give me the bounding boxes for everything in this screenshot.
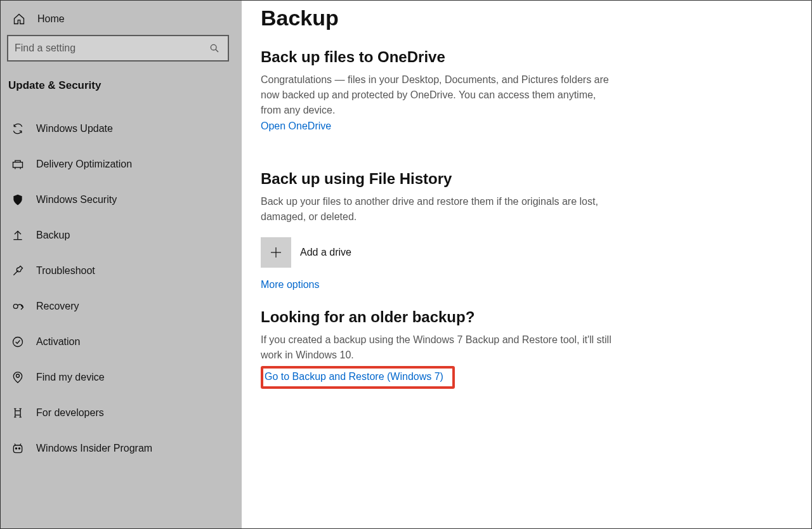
svg-line-1 [216,49,218,52]
highlight-annotation: Go to Backup and Restore (Windows 7) [261,366,455,389]
add-drive-label: Add a drive [300,247,351,258]
sidebar-item-label: Windows Insider Program [36,443,152,454]
section-text-older: If you created a backup using the Window… [261,332,616,363]
sidebar-item-home[interactable]: Home [7,7,235,35]
backup-restore-win7-link[interactable]: Go to Backup and Restore (Windows 7) [265,371,443,382]
svg-point-6 [13,337,23,347]
main-content: Backup Back up files to OneDrive Congrat… [242,1,811,528]
wrench-icon [11,264,25,278]
sidebar-item-windows-security[interactable]: Windows Security [7,182,235,218]
sidebar-item-troubleshoot[interactable]: Troubleshoot [7,253,235,289]
sidebar-item-label: Windows Update [36,123,113,134]
add-drive-button[interactable] [261,237,291,268]
sidebar-item-activation[interactable]: Activation [7,324,235,360]
section-heading-onedrive: Back up files to OneDrive [261,48,792,66]
category-title: Update & Security [7,74,235,111]
delivery-icon [11,157,25,171]
settings-sidebar: Home Update & Security Windows Update De… [1,1,242,528]
more-options-link[interactable]: More options [261,279,792,291]
search-icon [207,41,221,55]
sidebar-item-backup[interactable]: Backup [7,218,235,253]
sidebar-item-find-my-device[interactable]: Find my device [7,360,235,395]
check-circle-icon [11,335,25,349]
sidebar-item-label: Delivery Optimization [36,159,132,170]
svg-point-10 [18,448,20,449]
search-box[interactable] [7,35,229,62]
section-text-onedrive: Congratulations — files in your Desktop,… [261,72,616,118]
sidebar-item-delivery-optimization[interactable]: Delivery Optimization [7,147,235,182]
section-heading-filehistory: Back up using File History [261,170,792,188]
sidebar-item-label: Troubleshoot [36,265,95,277]
svg-point-7 [16,374,20,377]
svg-point-9 [15,448,16,449]
open-onedrive-link[interactable]: Open OneDrive [261,121,792,132]
search-container [7,35,235,62]
home-icon [12,12,26,26]
search-input[interactable] [15,42,207,54]
sidebar-item-recovery[interactable]: Recovery [7,289,235,324]
home-label: Home [37,13,65,25]
shield-icon [11,193,25,207]
svg-rect-8 [13,445,22,453]
sidebar-item-label: Windows Security [36,194,117,206]
recovery-icon [11,299,25,313]
sidebar-item-for-developers[interactable]: For developers [7,395,235,431]
section-heading-older: Looking for an older backup? [261,308,792,326]
sidebar-item-label: Activation [36,336,80,348]
svg-point-5 [13,304,18,309]
sidebar-item-label: For developers [36,407,104,419]
backup-icon [11,228,25,242]
sync-icon [11,122,25,136]
svg-rect-2 [13,162,23,167]
plus-icon [268,245,284,260]
developer-icon [11,406,25,420]
section-text-filehistory: Back up your files to another drive and … [261,194,616,225]
sidebar-item-label: Find my device [36,372,105,383]
sidebar-item-windows-update[interactable]: Windows Update [7,111,235,147]
svg-point-0 [211,44,216,50]
add-drive-row: Add a drive [261,237,792,268]
sidebar-item-label: Recovery [36,301,79,312]
insider-icon [11,441,25,455]
location-icon [11,370,25,384]
sidebar-item-label: Backup [36,230,70,241]
page-title: Backup [261,6,792,30]
sidebar-item-windows-insider[interactable]: Windows Insider Program [7,431,235,466]
